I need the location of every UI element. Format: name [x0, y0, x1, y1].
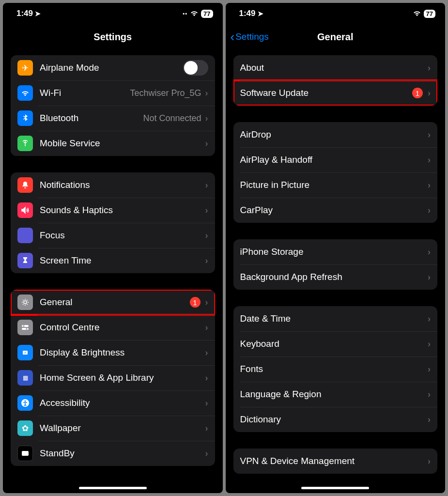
wifi-status-icon	[412, 8, 422, 19]
cellular-icon: ••	[183, 11, 187, 16]
chevron-right-icon: ›	[428, 415, 431, 425]
row-bluetooth[interactable]: BluetoothNot Connected›	[11, 106, 215, 131]
row-value: Techwiser Pro_5G	[130, 88, 201, 98]
chevron-right-icon: ›	[428, 339, 431, 349]
row-home[interactable]: ▦Home Screen & App Library›	[11, 365, 215, 390]
row-focus[interactable]: Focus›	[11, 223, 215, 248]
chevron-right-icon: ›	[428, 364, 431, 374]
settings-group: About›Software Update1›	[233, 55, 438, 106]
back-button[interactable]: ‹ Settings	[231, 30, 269, 45]
row-control[interactable]: Control Centre›	[11, 315, 215, 340]
settings-group: VPN & Device Management›	[233, 449, 438, 474]
row-sounds[interactable]: Sounds & Haptics›	[11, 198, 215, 223]
row-datetime[interactable]: Date & Time›	[233, 306, 438, 331]
row-airdrop[interactable]: AirDrop›	[233, 122, 438, 147]
settings-group: iPhone Storage›Background App Refresh›	[233, 239, 438, 290]
page-title: General	[317, 31, 353, 43]
row-label: Home Screen & App Library	[40, 372, 205, 383]
badge: 1	[190, 297, 201, 308]
row-standby[interactable]: StandBy›	[11, 441, 215, 466]
row-storage[interactable]: iPhone Storage›	[233, 239, 438, 264]
chevron-right-icon: ›	[428, 247, 431, 257]
row-fonts[interactable]: Fonts›	[233, 356, 438, 382]
speaker-icon	[17, 202, 33, 218]
row-carplay[interactable]: CarPlay›	[233, 198, 438, 223]
bluetooth-icon	[17, 110, 33, 126]
chevron-right-icon: ›	[428, 130, 431, 140]
row-label: Software Update	[240, 88, 413, 98]
row-refresh[interactable]: Background App Refresh›	[233, 264, 438, 290]
chevron-right-icon: ›	[428, 456, 431, 466]
row-label: CarPlay	[240, 205, 428, 216]
row-display[interactable]: Display & Brightness›	[11, 340, 215, 365]
row-label: Focus	[40, 230, 205, 241]
phone-general: 1:49 ➤ 77 ‹ Settings General About›Softw…	[226, 3, 446, 493]
row-wallpaper[interactable]: ✿Wallpaper›	[11, 416, 215, 441]
row-label: AirDrop	[240, 129, 428, 140]
row-airplane[interactable]: ✈Airplane Mode	[11, 55, 215, 80]
row-label: About	[240, 62, 428, 73]
flower-icon: ✿	[17, 420, 33, 436]
chevron-right-icon: ›	[428, 180, 431, 190]
row-dictionary[interactable]: Dictionary›	[233, 407, 438, 432]
row-keyboard[interactable]: Keyboard›	[233, 331, 438, 356]
chevron-right-icon: ›	[205, 423, 208, 434]
toggle-airplane[interactable]	[183, 60, 208, 76]
chevron-right-icon: ›	[428, 272, 431, 282]
home-indicator[interactable]	[79, 487, 147, 489]
wifi-status-icon	[189, 8, 199, 19]
row-general[interactable]: General1›	[11, 290, 215, 315]
row-label: General	[40, 297, 190, 308]
row-language[interactable]: Language & Region›	[233, 382, 438, 407]
home-indicator[interactable]	[301, 487, 369, 489]
nav-bar: Settings	[3, 24, 223, 49]
chevron-right-icon: ›	[205, 139, 208, 149]
back-label: Settings	[235, 31, 269, 42]
chevron-right-icon: ›	[205, 297, 208, 308]
grid-icon: ▦	[17, 370, 33, 386]
row-label: StandBy	[40, 448, 205, 459]
row-pip[interactable]: Picture in Picture›	[233, 172, 438, 198]
row-label: Sounds & Haptics	[40, 205, 205, 216]
chevron-right-icon: ›	[205, 231, 208, 241]
settings-group: AirDrop›AirPlay & Handoff›Picture in Pic…	[233, 122, 438, 223]
row-label: Dictionary	[240, 414, 428, 425]
hourglass-icon	[17, 253, 33, 268]
row-label: Notifications	[40, 180, 205, 190]
row-label: Accessibility	[40, 398, 205, 408]
row-wifi[interactable]: Wi-FiTechwiser Pro_5G›	[11, 80, 215, 106]
row-label: iPhone Storage	[240, 247, 428, 257]
row-mobile[interactable]: Mobile Service›	[11, 131, 215, 156]
badge: 1	[412, 88, 423, 98]
row-label: Wallpaper	[40, 423, 205, 434]
row-label: Date & Time	[240, 313, 428, 324]
row-label: Language & Region	[240, 389, 428, 400]
row-airplay[interactable]: AirPlay & Handoff›	[233, 147, 438, 172]
chevron-right-icon: ›	[205, 180, 208, 190]
row-label: Picture in Picture	[240, 180, 428, 190]
battery-level: 77	[201, 10, 213, 18]
row-about[interactable]: About›	[233, 55, 438, 80]
chevron-left-icon: ‹	[231, 30, 235, 45]
settings-list: ✈Airplane ModeWi-FiTechwiser Pro_5G›Blue…	[3, 49, 223, 493]
moon-icon	[17, 228, 33, 243]
row-software-update[interactable]: Software Update1›	[233, 80, 438, 106]
row-vpn[interactable]: VPN & Device Management›	[233, 449, 438, 474]
chevron-right-icon: ›	[205, 113, 208, 124]
chevron-right-icon: ›	[428, 88, 431, 98]
row-label: Keyboard	[240, 339, 428, 349]
row-value: Not Connected	[143, 113, 201, 124]
row-label: Fonts	[240, 364, 428, 374]
page-title: Settings	[93, 31, 132, 43]
location-icon: ➤	[258, 10, 263, 17]
settings-group: Date & Time›Keyboard›Fonts›Language & Re…	[233, 306, 438, 432]
row-notifications[interactable]: Notifications›	[11, 172, 215, 198]
nav-bar: ‹ Settings General	[226, 24, 446, 49]
chevron-right-icon: ›	[428, 205, 431, 216]
chevron-right-icon: ›	[205, 373, 208, 383]
chevron-right-icon: ›	[205, 88, 208, 98]
row-screentime[interactable]: Screen Time›	[11, 248, 215, 273]
row-accessibility[interactable]: Accessibility›	[11, 390, 215, 416]
phone-settings: 1:49 ➤ •• 77 Settings ✈Airplane ModeWi-F…	[3, 3, 223, 493]
chevron-right-icon: ›	[205, 398, 208, 408]
